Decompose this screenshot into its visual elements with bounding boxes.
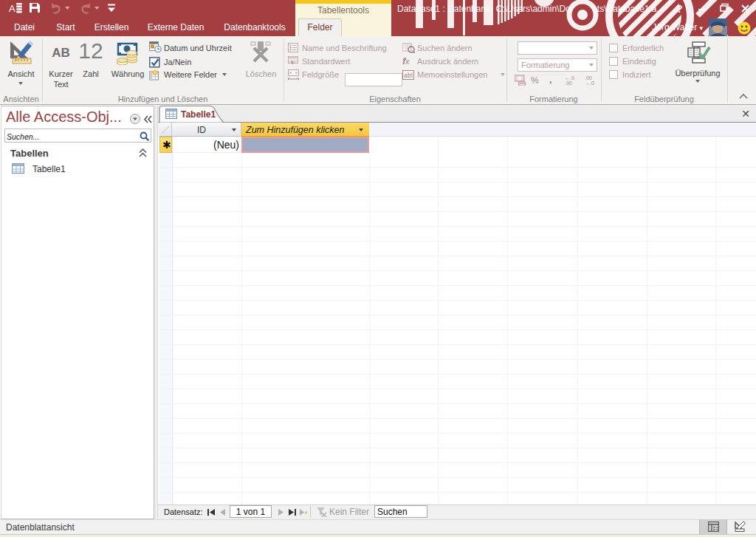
svg-text:.00: .00 xyxy=(585,75,592,81)
svg-text:A: A xyxy=(9,3,16,14)
svg-text:.00: .00 xyxy=(565,81,572,86)
svg-text:,: , xyxy=(549,75,552,85)
svg-text:%: % xyxy=(531,75,539,86)
svg-text:?: ? xyxy=(676,3,683,15)
svg-text:←.0: ←.0 xyxy=(565,75,574,81)
svg-text:abl: abl xyxy=(404,72,413,79)
svg-text:→.0: →.0 xyxy=(585,81,594,86)
